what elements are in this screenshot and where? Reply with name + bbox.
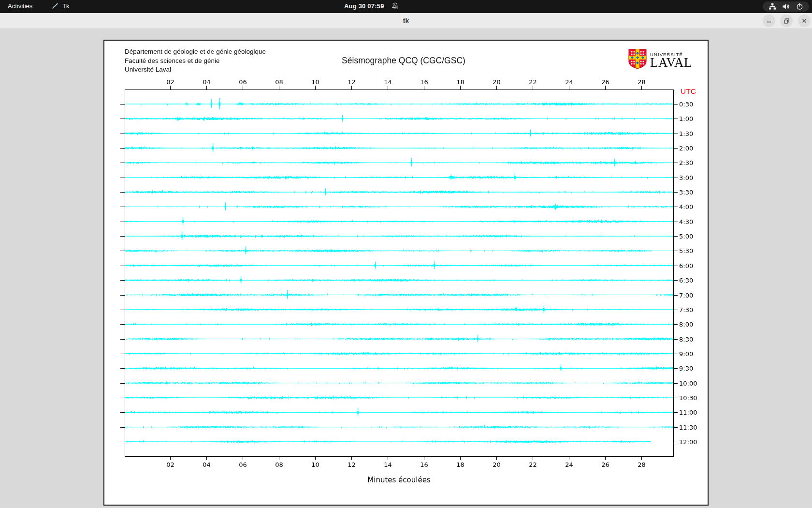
institution-line1: Département de géologie et de génie géol… [125, 47, 266, 57]
institution-line3: Université Laval [125, 65, 266, 75]
seismograph-plot [104, 41, 708, 505]
power-icon [796, 3, 803, 10]
close-icon [801, 18, 807, 24]
clock-label: Aug 30 07:59 [344, 2, 384, 10]
window-title-bar[interactable]: tk [0, 13, 812, 29]
app-menu[interactable]: Tk [51, 2, 69, 10]
universite-laval-logo: UNIVERSITÉ LAVAL [628, 49, 692, 69]
gnome-top-bar: Activities Tk Aug 30 07:59 [0, 0, 812, 13]
clock-area[interactable]: Aug 30 07:59 [344, 2, 399, 10]
utc-axis-label: UTC [681, 87, 696, 96]
laval-logo-text: UNIVERSITÉ LAVAL [650, 49, 692, 68]
seismograph-window-content: Département de géologie et de génie géol… [103, 40, 709, 506]
notifications-off-icon [391, 2, 399, 10]
volume-icon [782, 3, 790, 10]
tk-feather-icon [51, 2, 59, 10]
network-icon [768, 3, 776, 10]
system-status-area[interactable] [763, 1, 809, 12]
maximize-icon [783, 18, 790, 24]
logo-laval-label: LAVAL [650, 57, 692, 68]
close-button[interactable] [798, 15, 811, 27]
app-menu-label: Tk [62, 2, 69, 10]
window-title: tk [0, 17, 812, 25]
activities-button[interactable]: Activities [8, 2, 32, 10]
maximize-button[interactable] [780, 15, 793, 27]
minimize-button[interactable] [763, 15, 775, 27]
chart-title: Séismographe QCQ (CGC/GSC) [125, 56, 682, 66]
minimize-icon [766, 18, 772, 24]
laval-shield-icon [628, 49, 647, 69]
